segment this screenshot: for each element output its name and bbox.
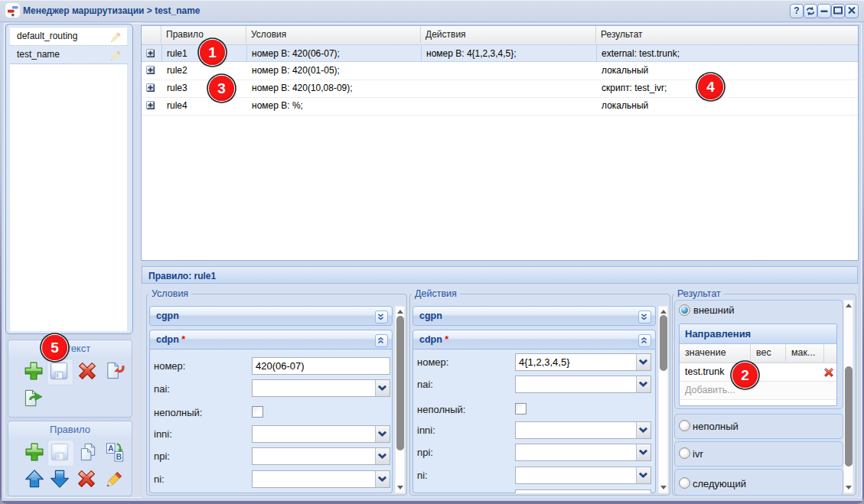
svg-text:?: ? [794,5,799,16]
svg-text:A: A [108,444,114,453]
svg-text:B: B [116,452,122,461]
